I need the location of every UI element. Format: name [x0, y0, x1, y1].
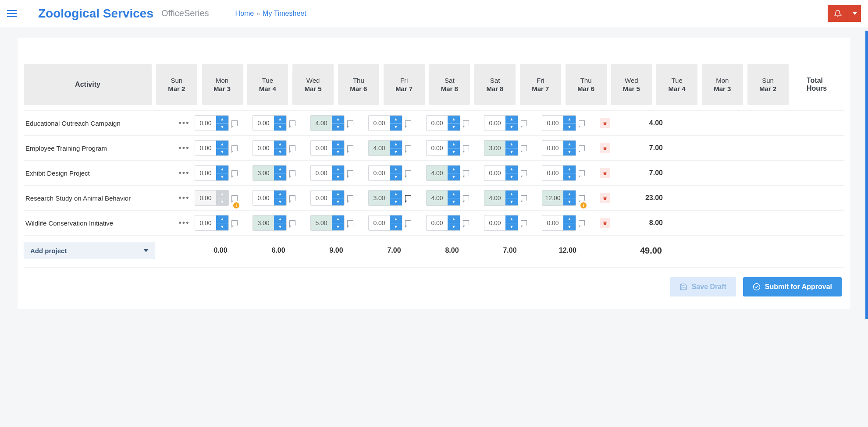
add-project-dropdown[interactable]: Add project	[24, 242, 155, 259]
hours-input[interactable]	[369, 215, 390, 230]
spin-down-icon[interactable]: ▼	[332, 223, 344, 231]
note-icon[interactable]	[405, 170, 411, 176]
spin-up-icon[interactable]: ▲	[390, 116, 402, 124]
spin-up-icon[interactable]: ▲	[216, 141, 228, 148]
spin-up-icon[interactable]: ▲	[505, 215, 518, 223]
spin-up-icon[interactable]: ▲	[274, 141, 286, 148]
spin-down-icon[interactable]: ▼	[505, 148, 518, 156]
spin-down-icon[interactable]: ▼	[448, 198, 460, 206]
hours-input[interactable]	[542, 215, 563, 230]
spin-up-icon[interactable]: ▲	[505, 141, 518, 148]
hours-input[interactable]	[311, 141, 332, 155]
spin-down-icon[interactable]: ▼	[274, 124, 286, 131]
spin-down-icon[interactable]: ▼	[505, 223, 518, 231]
spin-down-icon[interactable]: ▼	[390, 223, 402, 231]
delete-row-button[interactable]	[600, 193, 610, 203]
note-icon[interactable]	[231, 195, 238, 201]
spin-up-icon[interactable]: ▲	[563, 166, 576, 173]
spin-down-icon[interactable]: ▼	[332, 124, 344, 131]
note-icon[interactable]	[347, 120, 353, 126]
hours-input[interactable]	[253, 141, 274, 155]
hours-input[interactable]	[427, 215, 448, 230]
spin-up-icon[interactable]: ▲	[332, 141, 344, 148]
spin-down-icon[interactable]: ▼	[390, 173, 402, 181]
spin-up-icon[interactable]: ▲	[274, 116, 286, 124]
hours-input[interactable]	[484, 215, 505, 230]
spin-down-icon[interactable]: ▼	[505, 173, 518, 181]
spin-up-icon[interactable]: ▲	[216, 166, 228, 173]
note-icon[interactable]	[231, 170, 238, 176]
spin-up-icon[interactable]: ▲	[216, 191, 228, 198]
hours-input[interactable]	[195, 191, 216, 205]
hours-input[interactable]	[542, 141, 563, 155]
spin-up-icon[interactable]: ▲	[332, 166, 344, 173]
spin-down-icon[interactable]: ▼	[448, 124, 460, 131]
spin-down-icon[interactable]: ▼	[505, 124, 518, 131]
hours-input[interactable]	[195, 116, 216, 131]
spin-down-icon[interactable]: ▼	[274, 173, 286, 181]
delete-row-button[interactable]	[600, 218, 610, 228]
hours-input[interactable]	[427, 166, 448, 180]
row-more-icon[interactable]: •••	[178, 219, 190, 228]
spin-down-icon[interactable]: ▼	[390, 148, 402, 156]
spin-up-icon[interactable]: ▲	[563, 116, 576, 124]
hours-input[interactable]	[484, 166, 505, 180]
spin-up-icon[interactable]: ▲	[563, 141, 576, 148]
hours-input[interactable]	[195, 166, 216, 180]
menu-icon[interactable]	[7, 7, 30, 20]
spin-up-icon[interactable]: ▲	[563, 215, 576, 223]
spin-up-icon[interactable]: ▲	[448, 191, 460, 198]
breadcrumb-home[interactable]: Home	[235, 10, 254, 18]
spin-up-icon[interactable]: ▲	[332, 191, 344, 198]
hours-input[interactable]	[484, 116, 505, 131]
note-icon[interactable]	[521, 145, 527, 151]
scrollbar-accent[interactable]	[865, 31, 868, 319]
note-icon[interactable]	[347, 220, 353, 226]
hours-input[interactable]	[195, 141, 216, 155]
spin-down-icon[interactable]: ▼	[563, 173, 576, 181]
row-more-icon[interactable]: •••	[178, 119, 190, 128]
spin-down-icon[interactable]: ▼	[505, 198, 518, 206]
note-icon[interactable]	[289, 145, 295, 151]
spin-down-icon[interactable]: ▼	[274, 223, 286, 231]
note-icon[interactable]	[463, 120, 469, 126]
notifications-button[interactable]	[828, 5, 848, 22]
spin-up-icon[interactable]: ▲	[563, 191, 576, 198]
hours-input[interactable]	[253, 191, 274, 205]
spin-down-icon[interactable]: ▼	[274, 148, 286, 156]
spin-down-icon[interactable]: ▼	[216, 148, 228, 156]
spin-up-icon[interactable]: ▲	[448, 141, 460, 148]
spin-up-icon[interactable]: ▲	[274, 215, 286, 223]
spin-up-icon[interactable]: ▲	[216, 116, 228, 124]
note-icon[interactable]	[405, 120, 411, 126]
hours-input[interactable]	[484, 141, 505, 155]
spin-down-icon[interactable]: ▼	[274, 198, 286, 206]
note-icon[interactable]	[579, 170, 585, 176]
spin-down-icon[interactable]: ▼	[448, 173, 460, 181]
warning-icon[interactable]: i	[580, 202, 587, 208]
note-icon[interactable]	[405, 145, 411, 151]
note-icon[interactable]	[521, 120, 527, 126]
save-draft-button[interactable]: Save Draft	[670, 277, 736, 296]
note-icon[interactable]	[231, 220, 238, 226]
delete-row-button[interactable]	[600, 168, 610, 178]
spin-up-icon[interactable]: ▲	[274, 191, 286, 198]
spin-up-icon[interactable]: ▲	[505, 116, 518, 124]
hours-input[interactable]	[195, 215, 216, 230]
row-more-icon[interactable]: •••	[178, 144, 190, 153]
delete-row-button[interactable]	[600, 118, 610, 128]
hours-input[interactable]	[369, 166, 390, 180]
breadcrumb-current[interactable]: My Timesheet	[263, 10, 306, 18]
note-icon[interactable]	[521, 170, 527, 176]
hours-input[interactable]	[427, 141, 448, 155]
note-icon[interactable]	[463, 145, 469, 151]
note-icon[interactable]	[289, 195, 295, 201]
spin-up-icon[interactable]: ▲	[390, 215, 402, 223]
spin-up-icon[interactable]: ▲	[448, 215, 460, 223]
spin-up-icon[interactable]: ▲	[332, 116, 344, 124]
note-icon[interactable]	[347, 145, 353, 151]
hours-input[interactable]	[427, 191, 448, 205]
row-more-icon[interactable]: •••	[178, 169, 190, 178]
note-icon[interactable]	[289, 120, 295, 126]
spin-up-icon[interactable]: ▲	[448, 116, 460, 124]
